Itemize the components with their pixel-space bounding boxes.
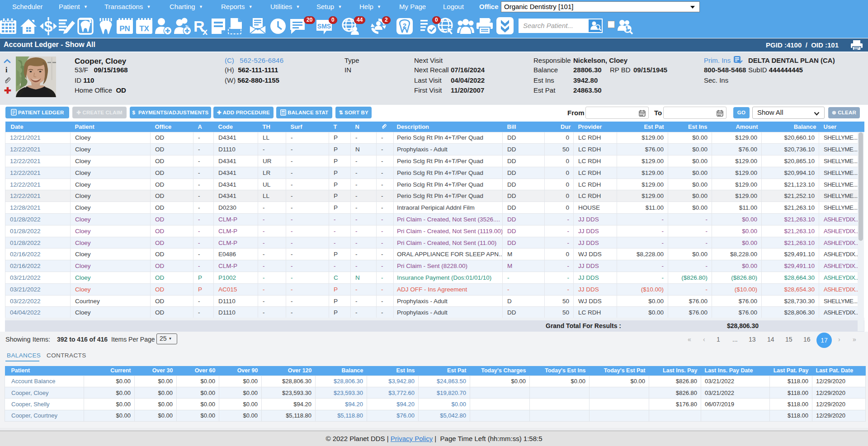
svg-text:x: x <box>203 27 208 35</box>
svg-text:TX: TX <box>139 24 149 33</box>
svg-text:2: 2 <box>403 22 406 29</box>
svg-text:SMS: SMS <box>317 23 331 30</box>
svg-text:PN: PN <box>119 24 130 33</box>
